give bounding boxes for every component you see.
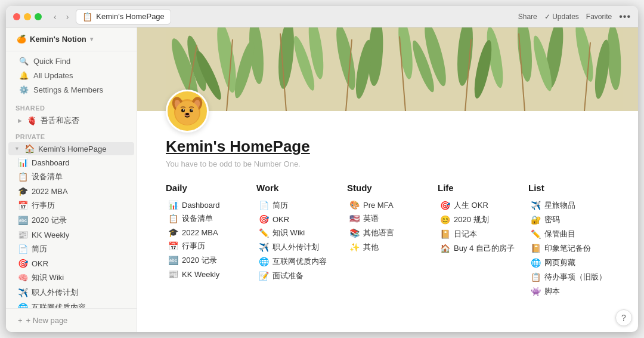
dashboard-icon: 📊: [18, 158, 28, 167]
sidebar-item-calendar[interactable]: 📅 行事历: [8, 198, 134, 213]
homepage-icon: 🏠: [24, 144, 35, 153]
new-page-button[interactable]: + + New page: [13, 314, 129, 327]
help-button[interactable]: ?: [615, 309, 632, 326]
sidebar-item-shared-0[interactable]: ▶ 🫀 吾舌和忘否: [8, 113, 134, 128]
resume-label: 简历: [32, 244, 47, 254]
section-list-item-6[interactable]: 👾 脚本: [528, 285, 609, 298]
sidebar-item-okr[interactable]: 🎯 OKR: [8, 257, 134, 270]
all-updates-item[interactable]: 🔔 All Updates: [13, 69, 129, 82]
maximize-button[interactable]: [35, 13, 42, 20]
close-button[interactable]: [13, 13, 20, 20]
section-daily-item-1[interactable]: 📋 设备清单: [166, 212, 247, 225]
work-item-icon-3: ✈️: [259, 242, 269, 252]
study-item-label-0: Pre MFA: [363, 201, 394, 210]
shared-item-label: 吾舌和忘否: [41, 115, 79, 126]
section-list-item-5[interactable]: 📋 待办事项（旧版）: [528, 271, 609, 284]
section-life-item-1[interactable]: 😊 2020 规划: [438, 213, 519, 226]
life-item-label-3: Buy 4 自己的房子: [454, 243, 515, 254]
internet-label: 互联网优质内容: [32, 302, 86, 308]
list-item-icon-5: 📋: [531, 272, 541, 282]
section-daily-item-2[interactable]: 🎓 2022 MBA: [166, 226, 247, 238]
sidebar-item-dashboard[interactable]: 📊 Dashboard: [8, 156, 134, 169]
more-button[interactable]: •••: [619, 11, 631, 22]
sidebar-item-resume[interactable]: 📄 简历: [8, 242, 134, 256]
life-item-icon-0: 🎯: [440, 201, 450, 210]
section-work-item-4[interactable]: 🌐 互联网优质内容: [256, 255, 338, 268]
section-list-item-1[interactable]: 🔐 密码: [528, 213, 609, 226]
section-list-item-2[interactable]: ✏️ 保管曲目: [528, 228, 609, 241]
wiki-label: 知识 Wiki: [32, 272, 64, 283]
workspace-chevron: ▾: [90, 36, 93, 42]
tab-favicon: 📋: [82, 12, 92, 21]
section-daily-item-5[interactable]: 📰 KK Weekly: [166, 268, 247, 280]
section-list-item-4[interactable]: 🌐 网页剪藏: [528, 256, 609, 269]
section-list-item-0[interactable]: ✈️ 星旅物品: [528, 199, 609, 212]
life-item-icon-1: 😊: [440, 215, 450, 225]
new-page-icon: +: [18, 316, 23, 325]
study-item-icon-3: ✨: [349, 242, 360, 252]
section-work-item-5[interactable]: 📝 面试准备: [256, 269, 338, 282]
nav-buttons: ‹ ›: [51, 11, 71, 23]
calendar-icon: 📅: [18, 201, 28, 210]
minimize-button[interactable]: [24, 13, 31, 20]
share-button[interactable]: Share: [518, 13, 537, 21]
sections-grid: Daily 📊 Dashboard 📋 设备清单 🎓 2022 MBA: [166, 183, 609, 299]
list-item-icon-3: 📔: [531, 244, 541, 253]
settings-label: Settings & Members: [33, 85, 103, 94]
arrow-icon: ▼: [14, 146, 20, 152]
section-work-item-0[interactable]: 📄 简历: [256, 199, 338, 212]
section-work-item-2[interactable]: ✏️ 知识 Wiki: [256, 226, 338, 239]
section-work-item-1[interactable]: 🎯 OKR: [256, 213, 338, 225]
workspace-name[interactable]: 🍊 Kemin's Notion ▾: [13, 32, 129, 46]
section-daily-item-0[interactable]: 📊 Dashboard: [166, 199, 247, 211]
section-study-item-3[interactable]: ✨ 其他: [347, 241, 428, 254]
favorite-button[interactable]: Favorite: [586, 13, 612, 21]
sidebar: 🍊 Kemin's Notion ▾ 🔍 Quick Find 🔔 All Up…: [6, 27, 137, 332]
section-life-item-3[interactable]: 🏠 Buy 4 自己的房子: [438, 242, 519, 255]
sidebar-item-wiki[interactable]: 🧠 知识 Wiki: [8, 271, 134, 285]
section-daily-item-4[interactable]: 🔤 2020 记录: [166, 254, 247, 267]
section-life-item-0[interactable]: 🎯 人生 OKR: [438, 199, 519, 212]
section-daily-item-3[interactable]: 📅 行事历: [166, 239, 247, 253]
section-daily: Daily 📊 Dashboard 📋 设备清单 🎓 2022 MBA: [166, 183, 247, 299]
section-life-item-2[interactable]: 📔 日记本: [438, 228, 519, 241]
section-study-item-0[interactable]: 🎨 Pre MFA: [347, 199, 428, 211]
section-list-item-3[interactable]: 📔 印象笔记备份: [528, 242, 609, 255]
sidebar-item-records[interactable]: 🔤 2020 记录: [8, 213, 134, 228]
forward-button[interactable]: ›: [64, 11, 72, 23]
sidebar-item-homepage[interactable]: ▼ 🏠 Kemin's HomePage: [8, 142, 134, 155]
life-item-icon-3: 🏠: [440, 244, 450, 253]
titlebar: ‹ › 📋 Kemin's HomePage Share ✓ Updates F…: [6, 6, 638, 27]
section-study-item-1[interactable]: 🇺🇸 英语: [347, 212, 428, 225]
svg-point-42: [191, 109, 193, 110]
devices-label: 设备清单: [32, 171, 63, 182]
sidebar-footer: + + New page: [6, 308, 137, 332]
daily-item-label-4: 2020 记录: [182, 255, 217, 266]
tab-title[interactable]: 📋 Kemin's HomePage: [76, 9, 171, 24]
study-item-label-2: 其他语言: [363, 228, 394, 238]
sidebar-item-mba[interactable]: 🎓 2022 MBA: [8, 185, 134, 198]
devices-icon: 📋: [18, 172, 28, 182]
daily-item-icon-1: 📋: [168, 214, 178, 223]
updates-button[interactable]: ✓ Updates: [544, 13, 579, 21]
internet-icon: 🌐: [18, 303, 28, 308]
settings-item[interactable]: ⚙️ Settings & Members: [13, 83, 129, 97]
work-item-label-1: OKR: [273, 215, 289, 224]
work-item-label-2: 知识 Wiki: [273, 228, 305, 238]
sidebar-item-internet[interactable]: 🌐 互联网优质内容: [8, 300, 134, 308]
section-study-item-2[interactable]: 📚 其他语言: [347, 226, 428, 239]
sidebar-item-career[interactable]: ✈️ 职人外传计划: [8, 285, 134, 300]
shared-item-icon: 🫀: [27, 116, 37, 125]
list-item-label-3: 印象笔记备份: [544, 243, 591, 254]
sidebar-item-kkweekly[interactable]: 📰 KK Weekly: [8, 228, 134, 241]
section-study-heading: Study: [347, 183, 428, 193]
section-work-item-3[interactable]: ✈️ 职人外传计划: [256, 241, 338, 254]
back-button[interactable]: ‹: [51, 11, 59, 23]
sidebar-item-devices[interactable]: 📋 设备清单: [8, 170, 134, 184]
page-icon: [166, 90, 209, 133]
daily-item-label-0: Dashboard: [182, 201, 220, 210]
quick-find-item[interactable]: 🔍 Quick Find: [13, 54, 129, 68]
life-item-icon-2: 📔: [440, 229, 450, 239]
svg-point-39: [181, 109, 185, 112]
updates-icon: 🔔: [19, 71, 29, 80]
